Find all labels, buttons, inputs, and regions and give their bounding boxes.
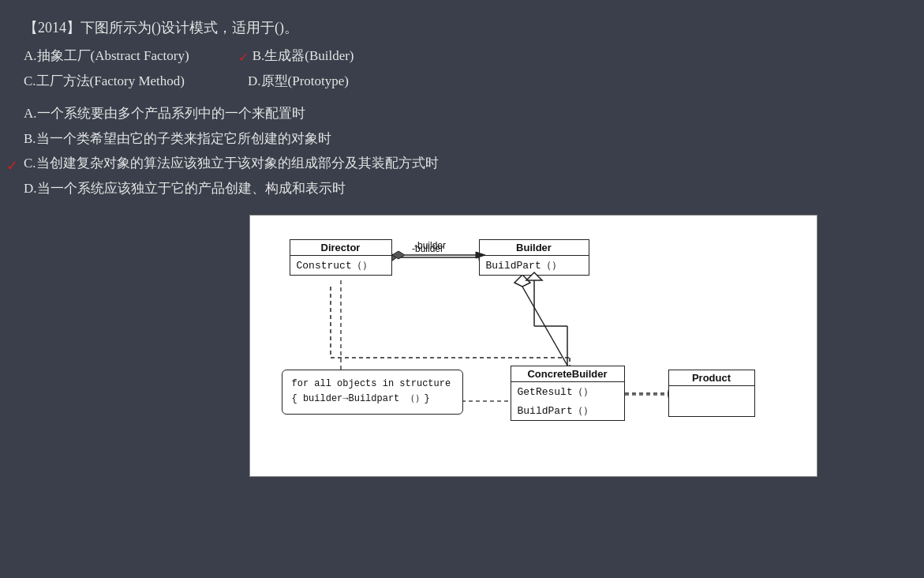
answer-options: A.一个系统要由多个产品系列中的一个来配置时 B.当一个类希望由它的子类来指定它… xyxy=(24,101,900,201)
c-checkmark-icon: ✓ xyxy=(6,153,18,179)
svg-marker-18 xyxy=(392,251,405,259)
option-b: ✓ B.生成器(Builder) xyxy=(253,45,354,68)
director-method: Construct（） xyxy=(290,256,391,275)
note-line1: for all objects in structure xyxy=(292,377,453,392)
option-c: C.工厂方法(Factory Method) xyxy=(24,70,185,93)
builder-title: Builder xyxy=(480,240,589,256)
answer-d: D.当一个系统应该独立于它的产品创建、构成和表示时 xyxy=(24,176,900,201)
concrete-builder-title: ConcreteBuilder xyxy=(511,366,624,382)
uml-area: -builder Director Construct（） xyxy=(266,231,787,460)
options-row-2: C.工厂方法(Factory Method) D.原型(Prototype) xyxy=(24,70,900,93)
answer-b: B.当一个类希望由它的子类来指定它所创建的对象时 xyxy=(24,126,900,151)
product-title: Product xyxy=(669,370,754,386)
director-title: Director xyxy=(290,240,391,256)
builder-box: Builder BuildPart（） xyxy=(479,239,589,276)
builder-method: BuildPart（） xyxy=(480,256,589,275)
product-body xyxy=(669,386,754,410)
concrete-builder-method-2: BuildPart（） xyxy=(511,401,624,420)
svg-text:-builder: -builder xyxy=(414,240,446,251)
option-a: A.抽象工厂(Abstract Factory) xyxy=(24,45,189,68)
b-checkmark: ✓ xyxy=(238,47,249,68)
uml-diagram: -builder Director Construct（） xyxy=(249,215,817,477)
association-label: -builder xyxy=(412,243,443,254)
note-line2: { builder→Buildpart （）} xyxy=(292,392,453,407)
product-box: Product xyxy=(668,370,755,417)
answer-c: ✓ C.当创建复杂对象的算法应该独立于该对象的组成部分及其装配方式时 xyxy=(24,151,900,175)
note-box: for all objects in structure { builder→B… xyxy=(282,370,463,414)
svg-line-6 xyxy=(522,287,570,370)
director-box: Director Construct（） xyxy=(290,239,392,276)
concrete-builder-method-1: GetResult（） xyxy=(511,382,624,401)
svg-marker-7 xyxy=(514,275,530,287)
concrete-builder-box: ConcreteBuilder GetResult（） BuildPart（） xyxy=(511,366,625,421)
options-row-1: A.抽象工厂(Abstract Factory) ✓ B.生成器(Builder… xyxy=(24,45,900,68)
question-title: 【2014】下图所示为()设计模式，适用于()。 xyxy=(24,16,900,40)
question-block: 【2014】下图所示为()设计模式，适用于()。 A.抽象工厂(Abstract… xyxy=(24,16,900,93)
answer-a: A.一个系统要由多个产品系列中的一个来配置时 xyxy=(24,101,900,126)
option-d: D.原型(Prototype) xyxy=(248,70,349,93)
